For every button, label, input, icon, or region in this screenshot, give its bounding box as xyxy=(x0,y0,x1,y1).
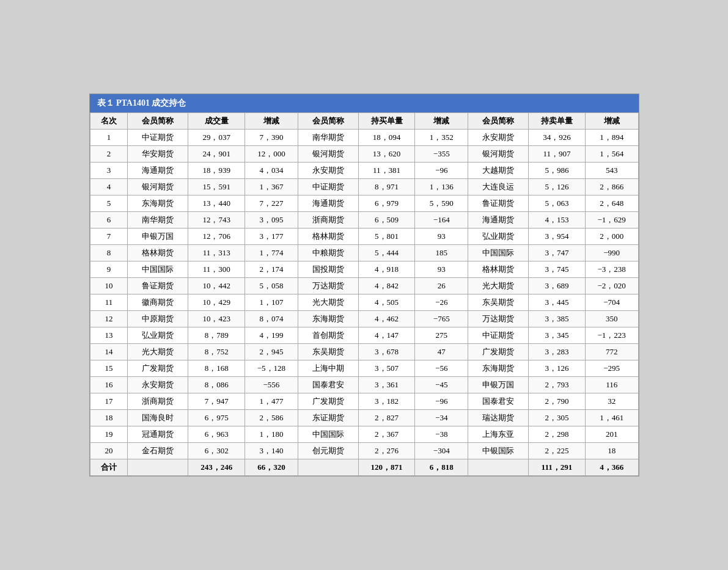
table-row: 3海通期货18，9394，034永安期货11，381−96大越期货5，98654… xyxy=(90,163,638,179)
table-row: 5东海期货13，4407，227海通期货6，9795，590鲁证期货5，0632… xyxy=(90,195,638,212)
table-row: 14光大期货8，7522，945东吴期货3，67847广发期货3，283772 xyxy=(90,344,638,360)
table-row: 15广发期货8，168−5，128上海中期3，507−56东海期货3，126−2… xyxy=(90,360,638,377)
data-table: 名次 会员简称 成交量 增减 会员简称 持买单量 增减 会员简称 持卖单量 增减… xyxy=(90,112,639,476)
table-row: 7申银万国12，7063，177格林期货5，80193弘业期货3，9542，00… xyxy=(90,228,638,245)
table-row: 2华安期货24，90112，000银河期货13，620−355银河期货11，90… xyxy=(90,146,638,163)
table-body: 1中证期货29，0377，390南华期货18，0941，352永安期货34，92… xyxy=(90,130,638,476)
header-buy-change: 增减 xyxy=(415,113,468,130)
table-row: 4银河期货15，5911，367中证期货8，9711，136大连良运5，1262… xyxy=(90,179,638,195)
main-container: 表１ PTA1401 成交持仓 名次 会员简称 成交量 增减 会员简称 持买单量… xyxy=(89,93,639,477)
header-buy-volume: 持买单量 xyxy=(358,113,415,130)
table-title: 表１ PTA1401 成交持仓 xyxy=(90,94,639,112)
table-row: 8格林期货11，3131，774中粮期货5，444185中国国际3，747−99… xyxy=(90,245,638,261)
header-trade-member: 会员简称 xyxy=(128,113,188,130)
header-sell-volume: 持卖单量 xyxy=(529,113,586,130)
header-row: 名次 会员简称 成交量 增减 会员简称 持买单量 增减 会员简称 持卖单量 增减 xyxy=(90,113,638,130)
header-rank: 名次 xyxy=(90,113,128,130)
table-row: 12中原期货10，4238，074东海期货4，462−765万达期货3，3853… xyxy=(90,311,638,327)
table-row: 6南华期货12，7433，095浙商期货6，509−164海通期货4，153−1… xyxy=(90,212,638,228)
table-row: 1中证期货29，0377，390南华期货18，0941，352永安期货34，92… xyxy=(90,130,638,146)
table-row: 9中国国际11，3002，174国投期货4，91893格林期货3，745−3，2… xyxy=(90,261,638,278)
total-row: 合计243，24666，320120，8716，818111，2914，366 xyxy=(90,459,638,476)
header-buy-member: 会员简称 xyxy=(298,113,358,130)
table-row: 11徽商期货10，4291，107光大期货4，505−26东吴期货3，445−7… xyxy=(90,294,638,311)
table-row: 16永安期货8，086−556国泰君安3，361−45申银万国2，793116 xyxy=(90,377,638,393)
header-trade-change: 增减 xyxy=(245,113,298,130)
header-sell-member: 会员简称 xyxy=(468,113,529,130)
header-trade-volume: 成交量 xyxy=(188,113,245,130)
table-row: 13弘业期货8，7894，199首创期货4，147275中证期货3，345−1，… xyxy=(90,327,638,344)
table-row: 19冠通期货6，9631，180中国国际2，367−38上海东亚2，298201 xyxy=(90,426,638,443)
header-sell-change: 增减 xyxy=(585,113,638,130)
table-row: 20金石期货6，3023，140创元期货2，276−304中银国际2，22518 xyxy=(90,443,638,459)
table-row: 17浙商期货7，9471，477广发期货3，182−96国泰君安2，79032 xyxy=(90,393,638,410)
table-row: 18国海良时6，9752，586东证期货2，827−34瑞达期货2，3051，4… xyxy=(90,410,638,426)
table-row: 10鲁证期货10，4425，058万达期货4，84226光大期货3，689−2，… xyxy=(90,278,638,294)
